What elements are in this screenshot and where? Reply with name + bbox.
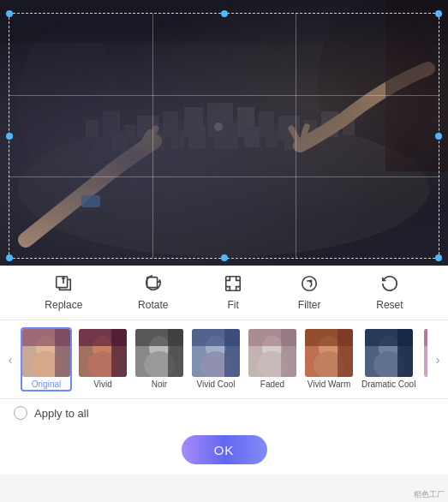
apply-row: Apply to all	[0, 399, 448, 427]
filter-thumb-inner-vivid-warm	[305, 329, 353, 377]
filter-item-romantic[interactable]: Romantic	[422, 327, 427, 391]
toolbar: Replace Rotate Fit	[0, 266, 448, 320]
filter-item-vivid-cool[interactable]: Vivid Cool	[190, 327, 242, 391]
filter-thumb-inner-original	[22, 329, 70, 377]
photo-background	[0, 0, 448, 266]
fit-label: Fit	[227, 299, 238, 311]
filter-name-vivid-warm: Vivid Warm	[308, 379, 351, 390]
filter-thumb-inner-faded	[248, 329, 296, 377]
filter-name-faded: Faded	[260, 379, 284, 390]
filter-preview-vivid	[79, 329, 127, 377]
rotate-label: Rotate	[138, 299, 168, 311]
filter-preview-dramatic-cool	[365, 329, 413, 377]
reset-label: Reset	[376, 299, 403, 311]
filter-thumb-dramatic-cool	[365, 329, 413, 377]
filter-name-noir: Noir	[152, 379, 167, 390]
filter-strip-wrapper: ‹ Original	[0, 320, 448, 399]
filter-name-original: Original	[32, 379, 61, 390]
filter-thumb-inner-romantic	[424, 329, 427, 377]
filter-thumb-inner-dramatic-cool	[365, 329, 413, 377]
filter-item-faded[interactable]: Faded	[247, 327, 298, 391]
svg-rect-50	[168, 329, 183, 377]
filter-icon	[300, 274, 319, 296]
svg-rect-70	[397, 329, 413, 377]
svg-rect-45	[111, 329, 127, 377]
filter-thumb-vivid-cool	[192, 329, 240, 377]
filter-name-vivid: Vivid	[93, 379, 112, 390]
image-canvas	[0, 0, 448, 266]
filter-thumb-inner-vivid	[79, 329, 127, 377]
reset-button[interactable]: Reset	[376, 274, 403, 311]
filter-item-dramatic-cool[interactable]: Dramatic Cool	[360, 327, 417, 391]
filter-preview-faded	[248, 329, 296, 377]
svg-point-34	[302, 277, 317, 291]
reset-icon	[380, 274, 399, 296]
filter-preview-vivid-warm	[305, 329, 353, 377]
fit-button[interactable]: Fit	[224, 274, 242, 311]
filter-item-original[interactable]: Original	[21, 327, 72, 391]
filter-button[interactable]: Filter	[298, 274, 321, 311]
filter-name-vivid-cool: Vivid Cool	[197, 379, 236, 390]
filter-thumb-romantic	[424, 329, 427, 377]
svg-rect-33	[226, 277, 241, 291]
replace-icon	[54, 274, 73, 296]
filter-preview-original	[22, 329, 70, 377]
filter-right-arrow[interactable]: ›	[427, 353, 448, 367]
svg-rect-60	[281, 329, 296, 377]
filter-item-noir[interactable]: Noir	[134, 327, 185, 391]
ok-button[interactable]: OK	[182, 435, 267, 464]
filter-name-dramatic-cool: Dramatic Cool	[361, 379, 415, 390]
filter-left-arrow[interactable]: ‹	[0, 353, 21, 367]
replace-button[interactable]: Replace	[45, 274, 82, 311]
svg-rect-32	[146, 278, 157, 288]
filter-preview-romantic	[424, 329, 427, 377]
filter-thumb-inner-vivid-cool	[192, 329, 240, 377]
filter-preview-vivid-cool	[192, 329, 240, 377]
svg-rect-74	[424, 329, 427, 346]
svg-rect-40	[55, 329, 70, 377]
svg-rect-65	[337, 329, 353, 377]
filter-item-vivid-warm[interactable]: Vivid Warm	[303, 327, 355, 391]
rotate-button[interactable]: Rotate	[138, 274, 168, 311]
ok-row: OK	[0, 427, 448, 475]
rotate-icon	[144, 274, 163, 296]
svg-point-35	[310, 280, 312, 282]
photo-color-overlay	[0, 0, 448, 266]
apply-all-label: Apply to all	[34, 407, 89, 420]
replace-label: Replace	[45, 299, 82, 311]
filter-thumb-vivid-warm	[305, 329, 353, 377]
watermark: 稻色工厂	[414, 489, 445, 500]
filter-item-vivid[interactable]: Vivid	[77, 327, 128, 391]
fit-icon	[224, 274, 242, 296]
filter-thumb-faded	[248, 329, 296, 377]
apply-all-checkbox[interactable]	[14, 406, 27, 420]
filter-thumb-vivid	[79, 329, 127, 377]
filter-thumb-noir	[135, 329, 183, 377]
filter-label: Filter	[298, 299, 321, 311]
svg-rect-55	[224, 329, 240, 377]
filter-strip: Original Vivid	[21, 327, 427, 391]
filter-thumb-original	[22, 329, 70, 377]
filter-thumb-inner-noir	[135, 329, 183, 377]
filter-preview-noir	[135, 329, 183, 377]
